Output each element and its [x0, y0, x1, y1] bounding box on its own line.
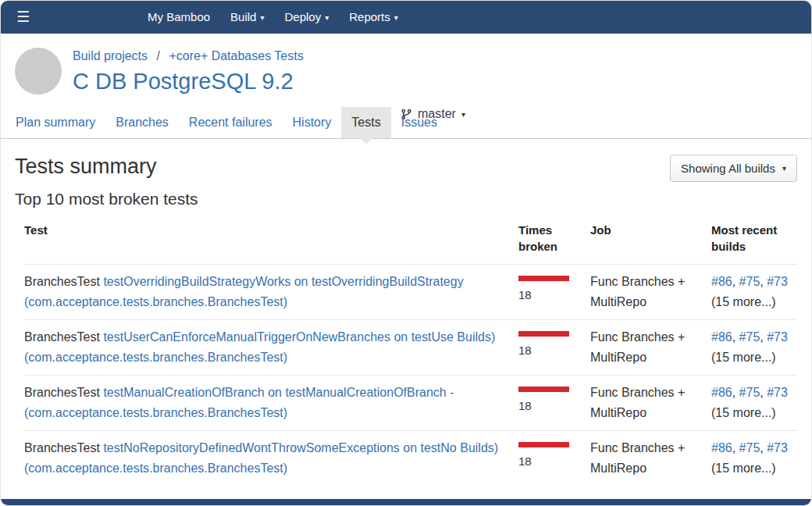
nav-reports[interactable]: Reports▾: [339, 1, 408, 34]
tests-summary-title: Tests summary: [15, 155, 157, 179]
job-cell: Func Branches + MultiRepo: [590, 375, 711, 430]
nav-build[interactable]: Build▾: [220, 1, 274, 34]
tab-branches[interactable]: Branches: [105, 107, 179, 138]
times-broken-cell: 18: [518, 375, 590, 430]
times-broken-cell: 18: [518, 264, 590, 319]
build-link[interactable]: #73: [767, 386, 788, 399]
content-header: Tests summary Showing All builds ▾: [15, 150, 797, 187]
top-navbar: ☰ My Bamboo Build▾ Deploy▾ Reports▾: [1, 1, 811, 34]
tab-history[interactable]: History: [283, 107, 342, 138]
build-link[interactable]: #73: [767, 441, 788, 454]
plan-header-text: Build projects / +core+ Databases Tests …: [73, 48, 304, 94]
chevron-down-icon: ▾: [782, 164, 786, 173]
build-separator: ,: [760, 386, 767, 399]
builds-cell: #86, #75, #73 (15 more...): [711, 375, 797, 430]
more-builds-label: (15 more...): [711, 351, 776, 364]
build-link[interactable]: #75: [739, 275, 760, 288]
test-class-label: BranchesTest: [24, 275, 100, 288]
nav-my-bamboo[interactable]: My Bamboo: [137, 1, 220, 34]
column-header-test: Test: [24, 216, 518, 264]
builds-filter-label: Showing All builds: [681, 162, 775, 175]
times-broken-count: 18: [518, 399, 532, 412]
job-cell: Func Branches + MultiRepo: [590, 264, 711, 319]
tab-recent-failures[interactable]: Recent failures: [179, 107, 283, 138]
tab-issues[interactable]: Issues: [391, 107, 447, 138]
broken-bar: [518, 387, 569, 392]
build-link[interactable]: #73: [767, 330, 788, 344]
build-link[interactable]: #86: [711, 386, 732, 399]
broken-bar: [518, 276, 569, 281]
more-builds-label: (15 more...): [711, 406, 776, 419]
test-cell: BranchesTest testNoRepositoryDefinedWont…: [24, 430, 518, 486]
bamboo-window: ☰ My Bamboo Build▾ Deploy▾ Reports▾ Buil…: [0, 0, 812, 506]
breadcrumb-build-projects[interactable]: Build projects: [73, 49, 148, 62]
column-header-times-broken: Times broken: [518, 216, 590, 264]
times-broken-cell: 18: [518, 319, 590, 375]
more-builds-label: (15 more...): [711, 295, 776, 308]
chevron-down-icon: ▾: [325, 13, 329, 22]
build-separator: ,: [760, 441, 767, 454]
chevron-down-icon: ▾: [461, 110, 465, 119]
tab-plan-summary[interactable]: Plan summary: [5, 107, 105, 138]
build-separator: ,: [732, 441, 739, 454]
times-broken-count: 18: [518, 288, 532, 301]
breadcrumb-plan-group[interactable]: +core+ Databases Tests: [169, 49, 303, 62]
build-link[interactable]: #73: [767, 275, 788, 288]
broken-bar: [518, 331, 569, 337]
test-class-label: BranchesTest: [24, 330, 100, 344]
build-link[interactable]: #86: [711, 330, 732, 344]
main-nav: My Bamboo Build▾ Deploy▾ Reports▾: [137, 1, 408, 34]
builds-cell: #86, #75, #73 (15 more...): [711, 430, 797, 486]
builds-cell: #86, #75, #73 (15 more...): [711, 319, 797, 375]
tests-summary-content: Tests summary Showing All builds ▾ Top 1…: [1, 139, 811, 505]
test-cell: BranchesTest testUserCanEnforceManualTri…: [24, 319, 518, 375]
plan-tabs: Plan summary Branches Recent failures Hi…: [1, 107, 811, 139]
column-header-job: Job: [590, 216, 711, 264]
build-separator: ,: [732, 275, 739, 288]
test-class-label: BranchesTest: [24, 386, 100, 399]
build-separator: ,: [760, 275, 767, 288]
build-link[interactable]: #75: [739, 386, 760, 399]
nav-reports-label: Reports: [349, 10, 390, 23]
plan-header: Build projects / +core+ Databases Tests …: [1, 34, 811, 107]
test-class-label: BranchesTest: [24, 441, 100, 454]
nav-deploy[interactable]: Deploy▾: [274, 1, 339, 34]
build-link[interactable]: #75: [739, 330, 760, 344]
times-broken-count: 18: [518, 454, 532, 468]
times-broken-cell: 18: [518, 430, 590, 486]
build-link[interactable]: #86: [711, 275, 732, 288]
nav-build-label: Build: [230, 10, 256, 23]
more-builds-label: (15 more...): [711, 461, 776, 475]
test-cell: BranchesTest testManualCreationOfBranch …: [24, 375, 518, 430]
broken-tests-table: Test Times broken Job Most recent builds…: [24, 216, 797, 486]
avatar: [15, 48, 62, 94]
chevron-down-icon: ▾: [394, 13, 398, 22]
build-separator: ,: [732, 330, 739, 344]
hamburger-menu-icon[interactable]: ☰: [1, 1, 45, 34]
times-broken-count: 18: [518, 344, 532, 357]
column-header-recent-builds: Most recent builds: [711, 216, 797, 264]
tab-tests[interactable]: Tests: [341, 107, 390, 138]
job-cell: Func Branches + MultiRepo: [590, 319, 711, 375]
test-cell: BranchesTest testOverridingBuildStrategy…: [24, 264, 518, 319]
nav-deploy-label: Deploy: [284, 10, 321, 23]
breadcrumb: Build projects / +core+ Databases Tests: [73, 49, 304, 63]
job-cell: Func Branches + MultiRepo: [590, 430, 711, 486]
window-bottom-edge: [1, 499, 811, 505]
plan-title: C DB PostgreSQL 9.2: [73, 69, 304, 94]
broken-tests-section-title: Top 10 most broken tests: [15, 190, 797, 208]
build-separator: ,: [760, 330, 767, 344]
build-link[interactable]: #75: [739, 441, 760, 454]
build-link[interactable]: #86: [711, 441, 732, 454]
chevron-down-icon: ▾: [260, 13, 264, 22]
build-separator: ,: [732, 386, 739, 399]
broken-bar: [518, 442, 569, 447]
builds-filter-button[interactable]: Showing All builds ▾: [670, 155, 797, 182]
builds-cell: #86, #75, #73 (15 more...): [711, 264, 797, 319]
breadcrumb-separator: /: [157, 49, 160, 62]
